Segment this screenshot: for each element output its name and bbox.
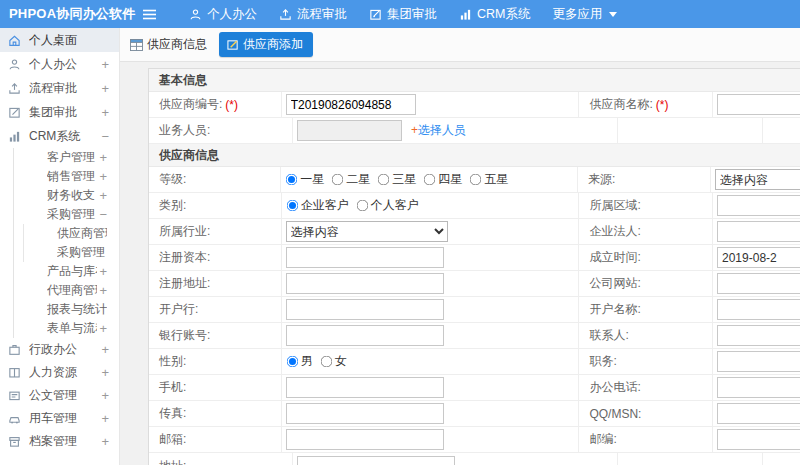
category-option[interactable]: 个人客户 [356,197,419,214]
sidebar-item-supplier-mgmt[interactable]: 供应商管理 [24,224,119,243]
sidebar-item-hr[interactable]: 人力资源 + [0,361,119,384]
sidebar-item-document-mgmt[interactable]: 公文管理 + [0,384,119,407]
qq-msn-input[interactable] [717,403,800,424]
sidebar-item-reports-stats[interactable]: 报表与统计 [14,300,119,319]
field-label: 供应商编号:(*) [149,92,282,117]
field-label: 地址: [149,453,293,465]
level-option[interactable]: 五星 [469,171,508,188]
level-option[interactable]: 三星 [377,171,416,188]
menu-toggle-icon[interactable] [142,8,157,21]
nav-group-approval[interactable]: 集团审批 [369,6,437,23]
sidebar-item-product-inventory[interactable]: 产品与库存 + [14,262,119,281]
supplier-no-input[interactable] [286,94,416,115]
required-mark: (*) [656,98,669,112]
email-input[interactable] [286,429,444,450]
expand-plus-icon[interactable]: + [101,57,109,72]
staff-input[interactable] [297,120,402,141]
chart-icon [459,8,472,21]
sidebar-item-crm-system[interactable]: CRM系统 − [0,124,119,148]
legal-person-input[interactable] [717,221,800,242]
expand-plus-icon[interactable]: + [101,365,109,380]
expand-plus-icon[interactable]: + [101,105,109,120]
company-website-input[interactable] [717,273,800,294]
position-input[interactable] [717,351,800,372]
account-name-input[interactable] [717,299,800,320]
tab-supplier-info[interactable]: 供应商信息 [130,36,207,53]
expand-plus-icon[interactable]: + [99,150,107,165]
nav-personal-office[interactable]: 个人办公 [189,6,257,23]
gender-option[interactable]: 女 [320,353,347,370]
contact-person-input[interactable] [717,325,800,346]
established-date-input[interactable] [717,247,800,268]
field-label: 等级: [149,167,281,192]
form-row: 供应商编号:(*) 供应商名称:(*) [149,92,800,118]
nav-more-apps[interactable]: 更多应用 [552,6,617,23]
tab-label: 供应商添加 [243,36,303,53]
expand-plus-icon[interactable]: + [101,434,109,449]
nav-crm-system[interactable]: CRM系统 [459,6,530,23]
sidebar-item-form-flow-settings[interactable]: 表单与流程设置 + [14,319,119,338]
sidebar-item-vehicle-mgmt[interactable]: 用车管理 + [0,407,119,430]
registered-capital-input[interactable] [286,247,444,268]
field-label: 注册资本: [149,245,282,270]
nav-label: 更多应用 [552,6,602,23]
field-label: 性别: [149,349,282,374]
gender-radio-group: 男 女 [286,353,354,370]
sidebar-item-customer-mgmt[interactable]: 客户管理 + [14,148,119,167]
collapse-minus-icon[interactable]: − [99,207,107,222]
sidebar-item-sales-mgmt[interactable]: 销售管理 + [14,167,119,186]
sidebar-item-workflow-approval[interactable]: 流程审批 + [0,76,119,100]
region-input[interactable] [717,195,800,216]
form-row: 邮箱: 邮编: [149,427,800,453]
registered-address-input[interactable] [286,273,444,294]
gender-option[interactable]: 男 [286,353,313,370]
level-option[interactable]: 二星 [331,171,370,188]
choose-staff-link[interactable]: +选择人员 [411,122,466,139]
sidebar-item-personal-desktop[interactable]: 个人桌面 [0,28,119,52]
form-row: 手机: 办公电话: [149,375,800,401]
sidebar-item-archive-mgmt[interactable]: 档案管理 + [0,430,119,453]
bank-account-input[interactable] [286,325,444,346]
address-input[interactable] [297,456,455,465]
sidebar-item-agent-mgmt[interactable]: 代理商管理 + [14,281,119,300]
sidebar-item-purchase-mgmt[interactable]: 采购管理 − [14,205,119,224]
expand-plus-icon[interactable]: + [99,169,107,184]
top-navigation: 个人办公 流程审批 集团审批 CRM系统 更多应用 [167,6,617,23]
zip-code-input[interactable] [717,429,800,450]
category-option[interactable]: 企业客户 [286,197,349,214]
source-select[interactable]: 选择内容 [715,169,800,190]
nav-label: 集团审批 [387,6,437,23]
document-icon [8,389,24,402]
user-icon [189,8,202,21]
expand-plus-icon[interactable]: + [99,188,107,203]
collapse-minus-icon[interactable]: − [101,129,109,144]
expand-plus-icon[interactable]: + [101,388,109,403]
expand-plus-icon[interactable]: + [99,283,107,298]
expand-plus-icon[interactable]: + [101,342,109,357]
bank-branch-input[interactable] [286,299,444,320]
supplier-name-input[interactable] [717,94,800,115]
car-icon [8,412,24,425]
sidebar-item-finance[interactable]: 财务收支 + [14,186,119,205]
level-option[interactable]: 一星 [285,171,324,188]
expand-plus-icon[interactable]: + [101,411,109,426]
fax-input[interactable] [286,403,444,424]
sidebar-item-group-approval[interactable]: 集团审批 + [0,100,119,124]
industry-select[interactable]: 选择内容 [286,221,448,242]
office-phone-input[interactable] [717,377,800,398]
sidebar-item-admin-office[interactable]: 行政办公 + [0,338,119,361]
expand-plus-icon[interactable]: + [101,81,109,96]
expand-plus-icon[interactable]: + [99,321,107,336]
sidebar-item-purchase-mgmt-sub[interactable]: 采购管理 [24,243,119,262]
required-mark: (*) [225,98,238,112]
nav-workflow-approval[interactable]: 流程审批 [279,6,347,23]
mobile-input[interactable] [286,377,444,398]
sidebar-item-personal-office[interactable]: 个人办公 + [0,52,119,76]
tab-supplier-add[interactable]: 供应商添加 [219,32,313,57]
form-row: 所属行业: 选择内容 企业法人: [149,219,800,245]
field-label: 类别: [149,193,282,218]
tab-label: 供应商信息 [147,36,207,53]
sidebar-item-label: 集团审批 [29,104,99,121]
expand-plus-icon[interactable]: + [99,264,107,279]
level-option[interactable]: 四星 [423,171,462,188]
